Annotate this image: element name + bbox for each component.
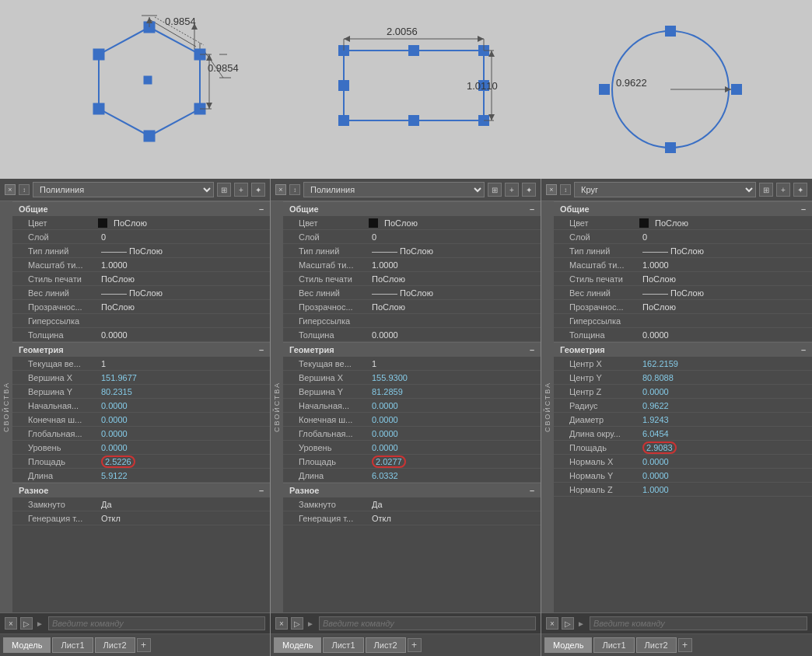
cmd-x-icon-2[interactable]: × (275, 617, 288, 630)
svg-marker-42 (488, 51, 495, 57)
panel-1-geometry-header[interactable]: Геометрия – (12, 342, 270, 357)
p2-color-row: Цвет ПоСлою (283, 216, 541, 230)
p3-thickness: Толщина0.0000 (554, 328, 812, 342)
tab-add-1[interactable]: + (137, 638, 151, 652)
tab-model-3[interactable]: Модель (544, 637, 592, 653)
panel-2-icon1[interactable]: ⊞ (488, 183, 502, 197)
cmdbar-1-input-row: × ▷ ► (0, 613, 270, 634)
p2-hyperlink: Гиперссылка (283, 314, 541, 328)
panel-1-misc-header[interactable]: Разное – (12, 483, 270, 497)
p3-centerz: Центр Z0.0000 (554, 385, 812, 399)
p2-curvertex: Текущая ве...1 (283, 357, 541, 371)
cmd-input-1[interactable] (48, 616, 265, 630)
cmd-input-3[interactable] (590, 616, 807, 630)
panel-2-misc-header[interactable]: Разное – (283, 483, 541, 497)
panel-2-icon3[interactable]: ✦ (522, 183, 536, 197)
p1-verty-row: Вершина Y 80.2315 (12, 385, 270, 399)
tab-add-2[interactable]: + (408, 638, 422, 652)
cmd-arrow-icon-2[interactable]: ▷ (291, 617, 303, 630)
p1-area-row: Площадь 2.5226 (12, 455, 270, 469)
panel-1-type-select[interactable]: Полилиния (33, 182, 214, 197)
svg-rect-51 (731, 84, 742, 95)
cmd-arrow-icon-3[interactable]: ▷ (562, 617, 574, 630)
panel-3-close[interactable]: × (546, 184, 557, 195)
tab-model-1[interactable]: Модель (3, 637, 51, 653)
panel-3-type-select[interactable]: Круг (574, 182, 756, 197)
panel-2-type-select[interactable]: Полилиния (303, 182, 485, 197)
panel-1-general-header[interactable]: Общие – (12, 201, 270, 216)
p3-normalz: Нормаль Z1.0000 (554, 483, 812, 497)
svg-rect-13 (93, 103, 104, 114)
panel-1-close[interactable]: × (5, 184, 16, 195)
panel-2-general-header[interactable]: Общие – (283, 201, 541, 216)
p1-hyperlink-row: Гиперссылка (12, 314, 270, 328)
panel-2-geometry-header[interactable]: Геометрия – (283, 342, 541, 357)
svg-text:1.0110: 1.0110 (467, 80, 498, 92)
p2-plotstyle: Стиль печатиПоСлою (283, 272, 541, 286)
tab-model-2[interactable]: Модель (274, 637, 321, 653)
panel-2-header: × ↕ Полилиния ⊞ + ✦ (271, 179, 541, 201)
cmdbar-3-tabs: Модель Лист1 Лист2 + (541, 634, 812, 656)
svg-rect-33 (338, 80, 349, 91)
panel-1-icon3[interactable]: ✦ (251, 183, 265, 197)
panel-3-geometry-header[interactable]: Геометрия – (554, 342, 812, 357)
p2-lineweight: Вес линий——— ПоСлою (283, 286, 541, 300)
panel-1-icon2[interactable]: + (234, 183, 248, 197)
panel-3-side-label: СВОЙСТВА (541, 201, 554, 612)
panel-1-pin[interactable]: ↕ (19, 184, 30, 195)
svg-rect-26 (344, 51, 484, 120)
color-swatch (98, 218, 107, 228)
panel-3-icon2[interactable]: + (776, 183, 790, 197)
p1-linetype-row: Тип линий ——— ПоСлою (12, 244, 270, 258)
panel-2-icon2[interactable]: + (505, 183, 519, 197)
tab-sheet1-1[interactable]: Лист1 (52, 637, 93, 653)
p1-vertx-row: Вершина X 151.9677 (12, 371, 270, 385)
p2-layer: Слой0 (283, 230, 541, 244)
p1-ltgen-row: Генерация т... Откл (12, 511, 270, 525)
panel-3-icon3[interactable]: ✦ (793, 183, 807, 197)
panel-2-pin[interactable]: ↕ (289, 184, 300, 195)
p1-startwidth-row: Начальная... 0.0000 (12, 399, 270, 413)
color-swatch-2 (369, 218, 378, 228)
svg-marker-19 (146, 17, 152, 23)
p3-centerx: Центр X162.2159 (554, 357, 812, 371)
p3-linetype: Тип линий——— ПоСлою (554, 244, 812, 258)
color-swatch-3 (639, 218, 649, 228)
cmd-arrow-icon-1[interactable]: ▷ (20, 617, 33, 630)
tab-add-3[interactable]: + (678, 638, 692, 652)
panel-3-icon1[interactable]: ⊞ (759, 183, 773, 197)
cmd-x-icon-1[interactable]: × (5, 617, 17, 630)
p3-ltscale: Масштаб ти...1.0000 (554, 258, 812, 272)
rectangle-shape: 2.0056 1.0110 (324, 19, 503, 159)
svg-rect-49 (665, 142, 676, 153)
panel-1-color-row: Цвет ПоСлою (12, 216, 270, 230)
p2-closed: ЗамкнутоДа (283, 497, 541, 511)
panels-container: × ↕ Полилиния ⊞ + ✦ СВОЙСТВА Общие – (0, 179, 812, 656)
panel-1-header: × ↕ Полилиния ⊞ + ✦ (0, 179, 270, 201)
svg-rect-14 (93, 49, 104, 60)
p2-thickness: Толщина0.0000 (283, 328, 541, 342)
tab-sheet2-3[interactable]: Лист2 (636, 637, 677, 653)
tab-sheet1-2[interactable]: Лист1 (323, 637, 363, 653)
tab-sheet2-2[interactable]: Лист2 (366, 637, 406, 653)
panel-3-general-header[interactable]: Общие – (554, 201, 812, 216)
p2-length: Длина6.0332 (283, 469, 541, 483)
panel-3-pin[interactable]: ↕ (560, 184, 571, 195)
p3-area: Площадь 2.9083 (554, 441, 812, 455)
p1-lineweight-row: Вес линий ——— ПоСлою (12, 286, 270, 300)
p3-hyperlink: Гиперссылка (554, 314, 812, 328)
p1-elevation-row: Уровень 0.0000 (12, 441, 270, 455)
cmd-prompt-2: ► (306, 619, 314, 628)
panel-2-close[interactable]: × (275, 184, 286, 195)
svg-marker-36 (344, 36, 350, 42)
cmd-x-icon-3[interactable]: × (546, 617, 558, 630)
svg-text:0.9854: 0.9854 (208, 62, 239, 74)
p3-normalx: Нормаль X0.0000 (554, 455, 812, 469)
drawing-area: 0.9854 0.9854 (0, 0, 812, 179)
tab-sheet2-1[interactable]: Лист2 (95, 637, 135, 653)
tab-sheet1-3[interactable]: Лист1 (593, 637, 634, 653)
p3-plotstyle: Стиль печатиПоСлою (554, 272, 812, 286)
panel-1-icon1[interactable]: ⊞ (217, 183, 231, 197)
cmd-input-2[interactable] (319, 616, 536, 630)
p2-ltgen: Генерация т...Откл (283, 511, 541, 525)
